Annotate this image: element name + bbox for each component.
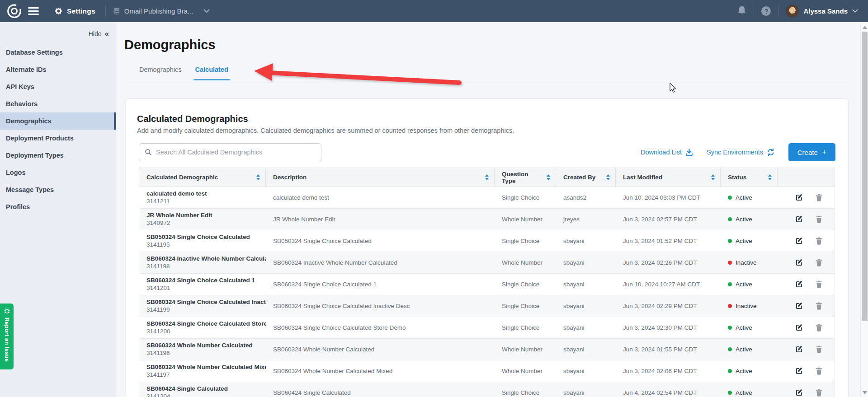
edit-icon[interactable] (795, 237, 803, 245)
column-header[interactable]: Last Modified (616, 168, 721, 187)
table-row[interactable]: SB060324 Inactive Whole Number Calculate… (139, 252, 835, 274)
delete-icon[interactable] (815, 367, 823, 375)
created-by: sbayani (556, 295, 616, 317)
settings-nav[interactable]: Settings (54, 7, 95, 15)
status-label: Active (736, 346, 752, 353)
demographic-description: calculated demo test (266, 187, 495, 208)
scroll-down-arrow[interactable] (863, 391, 867, 394)
table-row[interactable]: SB060324 Whole Number Calculated Mixed 3… (139, 360, 835, 382)
table-row[interactable]: SB050324 Single Choice Calculated 314119… (139, 230, 835, 252)
table-row[interactable]: SB060324 Whole Number Calculated 3141196… (139, 339, 835, 360)
top-bar: Settings Omail Publishing Bra... (0, 0, 868, 22)
sidebar-item-logos[interactable]: Logos (0, 164, 116, 181)
delete-icon[interactable] (815, 324, 823, 332)
sidebar-item-profiles[interactable]: Profiles (0, 198, 116, 215)
status-label: Active (736, 238, 752, 244)
delete-icon[interactable] (815, 302, 823, 310)
sidebar-item-deployment-types[interactable]: Deployment Types (0, 147, 116, 164)
question-type: Single Choice (495, 230, 556, 252)
table-row[interactable]: SB060324 Single Choice Calculated Inacti… (139, 295, 835, 317)
delete-icon[interactable] (815, 237, 823, 245)
edit-icon[interactable] (795, 259, 803, 267)
sidebar-nav: Database SettingsAlternate IDsAPI KeysBe… (0, 44, 116, 215)
sort-icon[interactable] (764, 174, 772, 180)
tab-label: Calculated (195, 66, 228, 73)
sidebar-item-database-settings[interactable]: Database Settings (0, 44, 116, 61)
search-input[interactable] (156, 149, 316, 156)
created-by: jreyes (556, 209, 616, 230)
edit-icon[interactable] (795, 280, 803, 289)
user-menu[interactable]: Alyssa Sands (786, 5, 858, 18)
sidebar-item-deployment-products[interactable]: Deployment Products (0, 130, 116, 147)
column-header[interactable]: Calculated Demographic (139, 168, 266, 187)
scrollbar-thumb[interactable] (862, 32, 868, 321)
tab-calculated[interactable]: Calculated (195, 66, 228, 80)
table-row[interactable]: SB060424 Single Calculated 3141204 SB060… (139, 382, 835, 397)
column-header-label: Description (273, 174, 307, 181)
column-header[interactable]: Created By (556, 168, 616, 187)
sort-icon[interactable] (543, 174, 550, 180)
scroll-up-arrow[interactable] (863, 26, 867, 29)
status-label: Active (736, 216, 752, 223)
database-selector[interactable]: Omail Publishing Bra... (113, 7, 210, 15)
hide-sidebar-button[interactable]: Hide « (0, 22, 116, 44)
delete-icon[interactable] (815, 389, 823, 397)
database-icon (113, 7, 120, 15)
sidebar-item-alternate-ids[interactable]: Alternate IDs (0, 61, 116, 78)
demographic-id: 3141198 (146, 263, 170, 271)
edit-icon[interactable] (795, 194, 803, 202)
delete-icon[interactable] (815, 280, 823, 289)
status-label: Active (736, 324, 752, 331)
edit-icon[interactable] (795, 389, 803, 397)
sort-icon[interactable] (603, 174, 610, 180)
sort-icon[interactable] (481, 174, 489, 180)
delete-icon[interactable] (815, 259, 823, 267)
question-type: Whole Number (495, 252, 556, 273)
delete-icon[interactable] (815, 194, 823, 202)
column-header[interactable]: Status (721, 168, 778, 187)
last-modified: Jun 3, 2024 02:29 PM CDT (616, 295, 721, 317)
card-title: Calculated Demographics (137, 114, 248, 124)
table-row[interactable]: calculated demo test 3141211 calculated … (139, 187, 835, 209)
table-row[interactable]: JR Whole Number Edit 3140972 JR Whole Nu… (139, 209, 835, 230)
edit-icon[interactable] (795, 302, 803, 310)
question-type: Single Choice (495, 274, 556, 295)
column-header[interactable]: Description (266, 168, 495, 187)
vertical-scrollbar[interactable] (860, 22, 868, 397)
created-by: sbayani (556, 317, 616, 338)
sync-environments-link[interactable]: Sync Environments (707, 148, 775, 156)
table-row[interactable]: SB060324 Single Choice Calculated Store … (139, 317, 835, 339)
create-button[interactable]: Create + (788, 143, 835, 161)
tab-demographics[interactable]: Demographics (139, 66, 182, 80)
report-issue-tab[interactable]: Report an Issue (0, 304, 14, 369)
app-logo[interactable] (0, 4, 28, 19)
download-list-label: Download List (641, 149, 682, 156)
sort-icon[interactable] (708, 174, 715, 180)
delete-icon[interactable] (815, 346, 823, 354)
sidebar-item-api-keys[interactable]: API Keys (0, 78, 116, 95)
delete-icon[interactable] (815, 215, 823, 224)
edit-icon[interactable] (795, 215, 803, 224)
last-modified: Jun 3, 2024 01:55 PM CDT (616, 339, 721, 360)
sidebar-item-message-types[interactable]: Message Types (0, 181, 116, 198)
edit-icon[interactable] (795, 367, 803, 375)
edit-icon[interactable] (795, 346, 803, 354)
sort-icon[interactable] (253, 174, 260, 180)
notifications-bell-icon[interactable] (737, 5, 746, 17)
calculated-demographics-card: Calculated Demographics Add and modify c… (126, 98, 849, 397)
sidebar-item-label: Message Types (6, 186, 54, 193)
user-name: Alyssa Sands (803, 7, 848, 15)
sidebar-item-demographics[interactable]: Demographics (0, 112, 116, 130)
question-type: Single Choice (495, 187, 556, 208)
help-icon[interactable]: ? (761, 6, 771, 16)
demographic-description: SB060324 Single Choice Calculated Inacti… (266, 295, 495, 317)
sidebar-item-behaviors[interactable]: Behaviors (0, 95, 116, 112)
demographic-id: 3141195 (146, 241, 170, 249)
table-row[interactable]: SB060324 Single Choice Calculated 1 3141… (139, 274, 835, 295)
download-list-link[interactable]: Download List (641, 149, 693, 156)
menu-icon[interactable] (28, 7, 39, 15)
column-header[interactable]: Question Type (495, 168, 556, 187)
demographic-description: SB060324 Inactive Whole Number Calculate… (266, 252, 495, 273)
edit-icon[interactable] (795, 324, 803, 332)
bug-icon (3, 307, 11, 315)
